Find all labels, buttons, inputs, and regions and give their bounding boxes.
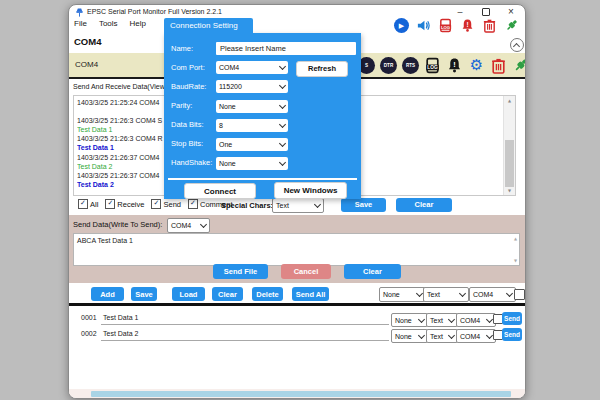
save-button[interactable]: Save xyxy=(131,287,157,301)
tab-com4[interactable]: COM4 xyxy=(75,60,98,69)
connect-plug-icon[interactable] xyxy=(512,57,526,74)
app-window: EPSC Serial Port Monitor Full Version 2.… xyxy=(68,4,526,399)
baudrate-label: BaudRate: xyxy=(171,82,206,91)
scrollbar-thumb[interactable] xyxy=(505,140,514,187)
send-port-select[interactable]: COM4 xyxy=(167,218,210,233)
handshake-label: HandShake: xyxy=(171,158,212,167)
special-chars-select[interactable]: Text xyxy=(272,198,324,213)
com-port-select[interactable]: COM4 xyxy=(216,61,288,74)
titlebar: EPSC Serial Port Monitor Full Version 2.… xyxy=(69,5,525,19)
dialog-header[interactable]: Connection Setting xyxy=(164,18,253,33)
log-file-icon[interactable]: LOG xyxy=(424,57,441,74)
menu-help[interactable]: Help xyxy=(130,19,146,28)
row-format-select[interactable]: Text xyxy=(426,313,458,327)
rts-toggle-icon[interactable]: RTS xyxy=(402,57,419,74)
checkbox-receive[interactable]: ✓ Receive xyxy=(105,199,144,209)
connect-plug-icon[interactable] xyxy=(504,18,519,33)
selected-value: COM4 xyxy=(460,317,480,324)
menu-file[interactable]: File xyxy=(74,19,87,28)
dtr-toggle-icon[interactable]: DTR xyxy=(380,57,397,74)
chevron-down-icon xyxy=(416,290,423,297)
menubar: File Tools Help xyxy=(74,19,146,28)
batch-format-select[interactable]: Text xyxy=(423,287,469,302)
chevron-down-icon xyxy=(279,82,286,89)
connect-button[interactable]: Connect xyxy=(184,183,256,199)
selected-value: COM4 xyxy=(460,333,480,340)
send-file-button[interactable]: Send File xyxy=(213,264,268,279)
row-send-button[interactable]: Send xyxy=(502,328,522,341)
clear-send-button[interactable]: Clear xyxy=(344,264,401,279)
handshake-select[interactable]: None xyxy=(216,157,288,170)
batch-option-select[interactable]: None xyxy=(379,287,426,302)
checkbox-all[interactable]: ✓ All xyxy=(78,199,98,209)
row-port-select[interactable]: COM4 xyxy=(456,313,496,327)
row-number: 0002 xyxy=(81,330,97,337)
chevron-down-icon xyxy=(448,331,455,338)
scroll-down-icon[interactable]: ▼ xyxy=(504,188,515,193)
data-bits-select[interactable]: 8 xyxy=(216,119,288,132)
row-message-input[interactable]: Test Data 2 xyxy=(101,327,389,341)
send-data-input[interactable]: ABCA Test Data 1 ▲ ▼ xyxy=(73,233,520,266)
load-button[interactable]: Load xyxy=(172,287,205,301)
alarm-bell-icon[interactable]: ! xyxy=(446,57,463,74)
save-view-button[interactable]: Save xyxy=(341,198,386,212)
row-format-select[interactable]: Text xyxy=(426,329,458,343)
trash-icon[interactable] xyxy=(482,18,497,33)
send-all-button[interactable]: Send All xyxy=(292,287,329,301)
batch-port-select[interactable]: COM4 xyxy=(469,287,516,302)
selected-value: One xyxy=(219,141,232,148)
add-button[interactable]: Add xyxy=(91,287,124,301)
svg-text:LOG: LOG xyxy=(441,25,451,30)
chevron-down-icon xyxy=(279,63,286,70)
parity-select[interactable]: None xyxy=(216,100,288,113)
actions-bar: Add Save Load Clear Delete Send All None… xyxy=(69,283,525,303)
menu-tools[interactable]: Tools xyxy=(99,19,118,28)
scroll-down-icon[interactable]: ▼ xyxy=(514,258,517,263)
chevron-down-icon xyxy=(486,315,493,322)
name-input[interactable]: Please Insert Name xyxy=(216,42,356,55)
trash-icon[interactable] xyxy=(490,57,507,74)
delete-button[interactable]: Delete xyxy=(252,287,283,301)
select-all-checkbox[interactable] xyxy=(514,289,525,300)
row-send-button[interactable]: Send xyxy=(502,312,522,325)
stop-bits-select[interactable]: One xyxy=(216,138,288,151)
selected-value: Text xyxy=(276,202,289,209)
play-icon[interactable]: ▶ xyxy=(394,18,409,33)
cancel-button[interactable]: Cancel xyxy=(281,264,331,279)
speaker-icon[interactable] xyxy=(416,18,431,33)
collapse-button[interactable] xyxy=(510,38,524,52)
settings-gear-icon[interactable]: ⚙ xyxy=(468,57,485,74)
scroll-up-icon[interactable]: ▲ xyxy=(514,236,517,241)
selected-value: COM4 xyxy=(171,222,191,229)
row-option-select[interactable]: None xyxy=(391,329,428,343)
selected-value: None xyxy=(383,291,400,298)
row-port-select[interactable]: COM4 xyxy=(456,329,496,343)
name-label: Name: xyxy=(171,44,193,53)
chevron-down-icon xyxy=(486,331,493,338)
minimize-button[interactable]: – xyxy=(454,6,466,17)
chevron-down-icon xyxy=(418,315,425,322)
log-file-icon[interactable]: LOG xyxy=(438,18,453,33)
window-title: EPSC Serial Port Monitor Full Version 2.… xyxy=(87,8,222,15)
scroll-up-icon[interactable]: ▲ xyxy=(504,98,515,103)
clear-button[interactable]: Clear xyxy=(212,287,243,301)
checkbox-label: All xyxy=(90,200,98,209)
row-message-input[interactable]: Test Data 1 xyxy=(101,311,389,325)
row-option-select[interactable]: None xyxy=(391,313,428,327)
checkbox-send[interactable]: ✓ Send xyxy=(151,199,181,209)
parity-label: Parity: xyxy=(171,101,192,110)
refresh-button[interactable]: Refresh xyxy=(296,61,348,77)
checkbox-label: Receive xyxy=(117,200,144,209)
chevron-down-icon xyxy=(459,290,466,297)
close-button[interactable]: × xyxy=(505,6,517,17)
chevron-down-icon xyxy=(279,101,286,108)
baudrate-select[interactable]: 115200 xyxy=(216,80,288,93)
maximize-button[interactable] xyxy=(480,6,492,17)
alarm-bell-icon[interactable]: ! xyxy=(460,18,475,33)
com-port-label: Com Port: xyxy=(171,63,205,72)
clear-view-button[interactable]: Clear xyxy=(396,198,452,212)
scrollbar-thumb[interactable] xyxy=(91,391,511,397)
vertical-scrollbar[interactable]: ▲ ▼ xyxy=(503,96,515,195)
new-windows-button[interactable]: New Windows xyxy=(274,182,347,199)
horizontal-scrollbar[interactable] xyxy=(69,389,525,398)
